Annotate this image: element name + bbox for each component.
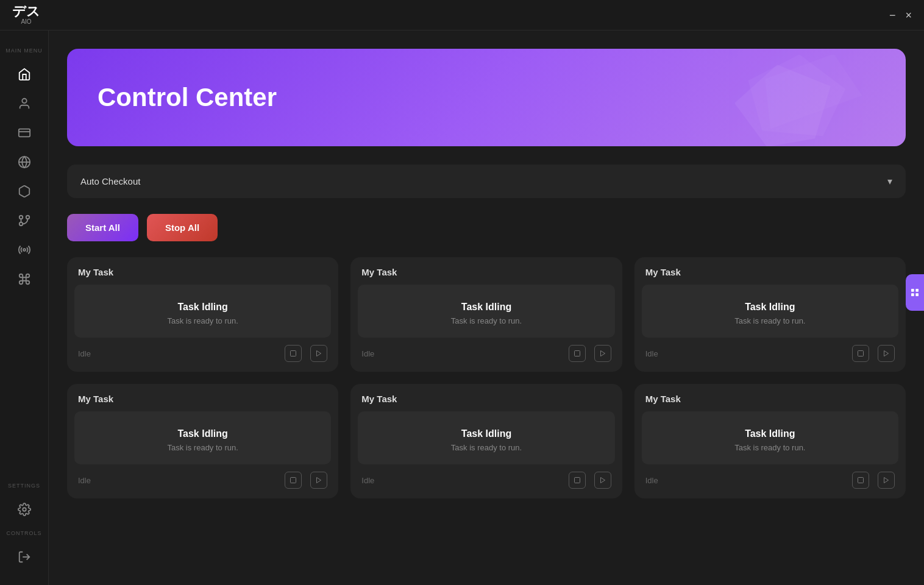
window-controls: − ×	[889, 10, 912, 21]
task-card-title: My Task	[67, 384, 338, 411]
svg-rect-24	[858, 478, 864, 483]
svg-point-9	[23, 508, 26, 511]
task-status-desc: Task is ready to run.	[370, 443, 602, 452]
svg-point-8	[23, 249, 26, 251]
task-footer-actions	[285, 472, 327, 489]
task-card: My Task Task Idling Task is ready to run…	[67, 384, 338, 498]
banner: Control Center	[67, 49, 906, 146]
task-card-body: Task Idling Task is ready to run.	[642, 285, 898, 338]
task-card: My Task Task Idling Task is ready to run…	[634, 384, 906, 498]
task-card: My Task Task Idling Task is ready to run…	[634, 257, 906, 372]
task-start-button[interactable]	[310, 472, 327, 489]
task-card-footer: Idle	[67, 338, 338, 372]
task-status-desc: Task is ready to run.	[654, 443, 886, 452]
task-card: My Task Task Idling Task is ready to run…	[67, 257, 338, 372]
title-bar: デス AIO − ×	[0, 0, 924, 30]
task-start-button[interactable]	[310, 345, 327, 362]
task-status-desc: Task is ready to run.	[87, 443, 319, 452]
task-card-title: My Task	[350, 257, 622, 285]
task-idle-label: Idle	[361, 349, 374, 358]
task-start-button[interactable]	[594, 345, 611, 362]
task-start-button[interactable]	[878, 472, 895, 489]
banner-title: Control Center	[98, 83, 277, 112]
task-status-desc: Task is ready to run.	[87, 316, 319, 325]
svg-marker-25	[884, 478, 889, 483]
task-footer-actions	[569, 472, 611, 489]
close-button[interactable]: ×	[905, 10, 912, 21]
task-start-button[interactable]	[594, 472, 611, 489]
task-type-dropdown[interactable]: Auto Checkout ▾	[67, 165, 906, 198]
sidebar-item-signal[interactable]	[11, 236, 38, 263]
task-idle-label: Idle	[78, 349, 91, 358]
stop-all-button[interactable]: Stop All	[147, 214, 218, 241]
minimize-button[interactable]: −	[889, 10, 896, 21]
task-card-title: My Task	[350, 384, 622, 411]
task-stop-button[interactable]	[852, 472, 869, 489]
task-footer-actions	[569, 345, 611, 362]
svg-rect-22	[574, 478, 580, 483]
task-status-desc: Task is ready to run.	[370, 316, 602, 325]
start-all-button[interactable]: Start All	[67, 214, 138, 241]
task-card-footer: Idle	[67, 464, 338, 498]
svg-rect-1	[18, 129, 29, 137]
task-idle-label: Idle	[78, 476, 91, 485]
task-card-title: My Task	[634, 384, 906, 411]
sidebar-item-globe[interactable]	[11, 149, 38, 176]
task-card-body: Task Idling Task is ready to run.	[74, 285, 331, 338]
svg-point-7	[26, 216, 29, 219]
task-idle-label: Idle	[645, 349, 658, 358]
task-status-title: Task Idling	[370, 302, 602, 313]
svg-rect-16	[574, 351, 580, 356]
app-body: MAIN MENU	[0, 30, 924, 585]
task-card-title: My Task	[634, 257, 906, 285]
sidebar-item-home[interactable]	[11, 61, 38, 88]
task-status-title: Task Idling	[654, 428, 886, 439]
main-content: Control Center Auto Checkout ▾ Start All…	[49, 30, 924, 585]
task-card-footer: Idle	[634, 464, 906, 498]
sidebar-item-settings[interactable]	[11, 496, 38, 523]
task-card-body: Task Idling Task is ready to run.	[358, 285, 614, 338]
task-idle-label: Idle	[361, 476, 374, 485]
sidebar: MAIN MENU	[0, 30, 49, 585]
task-stop-button[interactable]	[285, 345, 302, 362]
task-status-title: Task Idling	[370, 428, 602, 439]
dropdown-label: Auto Checkout	[80, 176, 140, 186]
task-card: My Task Task Idling Task is ready to run…	[350, 257, 622, 372]
logo-area: デス AIO	[12, 5, 40, 25]
task-card-body: Task Idling Task is ready to run.	[74, 411, 331, 464]
task-stop-button[interactable]	[852, 345, 869, 362]
svg-rect-29	[915, 293, 919, 296]
sidebar-item-fork[interactable]	[11, 207, 38, 234]
sidebar-item-logout[interactable]	[11, 544, 38, 570]
svg-rect-20	[291, 478, 296, 483]
task-idle-label: Idle	[645, 476, 658, 485]
task-stop-button[interactable]	[285, 472, 302, 489]
task-status-desc: Task is ready to run.	[654, 316, 886, 325]
right-panel-toggle[interactable]	[906, 274, 924, 311]
task-grid: My Task Task Idling Task is ready to run…	[67, 257, 906, 498]
task-card-footer: Idle	[350, 464, 622, 498]
svg-rect-14	[291, 351, 296, 356]
task-card-footer: Idle	[634, 338, 906, 372]
task-stop-button[interactable]	[569, 345, 586, 362]
task-card: My Task Task Idling Task is ready to run…	[350, 384, 622, 498]
task-footer-actions	[285, 345, 327, 362]
sidebar-item-card[interactable]	[11, 119, 38, 146]
task-card-title: My Task	[67, 257, 338, 285]
sidebar-item-user[interactable]	[11, 90, 38, 117]
svg-point-5	[19, 216, 23, 219]
sidebar-item-command[interactable]	[11, 266, 38, 292]
task-card-footer: Idle	[350, 338, 622, 372]
svg-rect-18	[858, 351, 864, 356]
task-card-body: Task Idling Task is ready to run.	[642, 411, 898, 464]
task-stop-button[interactable]	[569, 472, 586, 489]
task-footer-actions	[852, 472, 895, 489]
controls-label: CONTROLS	[0, 530, 48, 536]
task-status-title: Task Idling	[87, 428, 319, 439]
settings-label: SETTINGS	[0, 483, 48, 489]
main-menu-label: MAIN MENU	[0, 48, 48, 54]
task-start-button[interactable]	[878, 345, 895, 362]
sidebar-item-box[interactable]	[11, 178, 38, 205]
svg-marker-15	[317, 351, 321, 356]
svg-rect-27	[915, 289, 919, 292]
